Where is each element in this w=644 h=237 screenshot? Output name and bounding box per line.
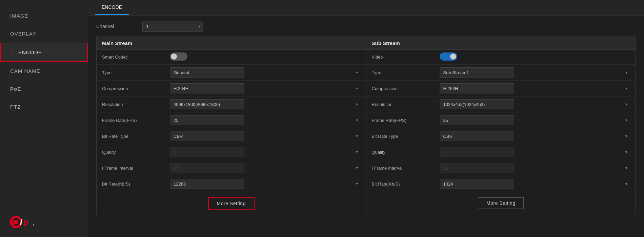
main-frame-rate-control: 25 [170,115,361,125]
sub-video-control [440,52,630,62]
sub-frame-rate-label: Frame Rate(FPS) [372,118,440,123]
sub-video-label: Video [372,55,440,60]
main-content: ENCODE Channel 1 Main Stream Smart Cod [88,0,644,237]
main-resolution-label: Resolution [102,102,170,107]
main-stream-panel: Main Stream Smart Codec Type [96,37,366,215]
main-type-row: Type General [97,65,366,81]
sub-stream-panel: Sub Stream Video Type [366,37,636,215]
sub-frame-rate-control: 25 [440,115,630,125]
channel-select[interactable]: 1 [142,21,203,32]
sub-type-select[interactable]: Sub Stream1 [440,67,514,78]
sub-resolution-select[interactable]: 1024x452(1024x452) [440,99,514,109]
sub-quality-row: Quality 4 [366,144,636,160]
sidebar-item-ptz[interactable]: PTZ [0,98,88,116]
streams-container: Main Stream Smart Codec Type [96,37,636,215]
sidebar-item-label: PTZ [10,104,21,110]
main-stream-header: Main Stream [97,37,366,50]
sub-type-label: Type [372,70,440,75]
sidebar-item-poe[interactable]: PoE [0,80,88,98]
sub-bit-rate-type-row: Bit Rate Type CBR [366,128,636,144]
sub-bit-rate-row: Bit Rate(Kb/S) 1024 [366,176,636,192]
sub-compression-label: Compression [372,86,440,91]
sub-i-frame-row: I Frame Interval 25 [366,160,636,176]
main-compression-row: Compression H.264H [97,81,366,96]
main-frame-rate-select[interactable]: 25 [170,115,244,125]
channel-label: Channel [96,24,137,29]
sub-resolution-control: 1024x452(1024x452) [440,99,630,109]
sub-i-frame-label: I Frame Interval [372,166,440,171]
main-smart-codec-control [170,52,361,62]
main-resolution-select[interactable]: 4096x1800(4096x1800) [170,99,244,109]
sub-quality-select[interactable]: 4 [440,147,514,157]
main-quality-select[interactable]: 4 [170,147,244,157]
sub-bit-rate-type-label: Bit Rate Type [372,134,440,139]
main-frame-rate-row: Frame Rate(FPS) 25 [97,112,366,128]
main-bit-rate-type-row: Bit Rate Type CBR [97,128,366,144]
svg-text:a: a [11,218,15,227]
main-smart-codec-label: Smart Codec [102,55,170,60]
sub-bit-rate-label: Bit Rate(Kb/S) [372,181,440,187]
sidebar-item-cam-name[interactable]: CAM NAME [0,62,88,80]
main-resolution-row: Resolution 4096x1800(4096x1800) [97,96,366,112]
sub-bit-rate-select[interactable]: 1024 [440,179,514,189]
main-i-frame-control: 25 [170,163,361,173]
sidebar-item-label: IMAGE [10,13,28,19]
sub-i-frame-select[interactable]: 25 [440,163,514,173]
sub-compression-control: H.264H [440,83,630,93]
tabs-row: ENCODE [88,0,644,16]
main-resolution-control: 4096x1800(4096x1800) [170,99,361,109]
main-smart-codec-toggle[interactable] [170,52,187,61]
sub-type-control: Sub Stream1 [440,67,630,78]
main-type-select[interactable]: General [170,67,244,78]
content-area: Channel 1 Main Stream Smart Codec [88,16,644,237]
sidebar-item-image[interactable]: IMAGE [0,7,88,25]
main-compression-control: H.264H [170,83,361,93]
main-i-frame-row: I Frame Interval 25 [97,160,366,176]
main-bit-rate-label: Bit Rate(Kb/S) [102,181,170,187]
main-compression-select[interactable]: H.264H [170,83,244,93]
main-quality-control: 4 [170,147,361,157]
main-bit-rate-select[interactable]: 12288 [170,179,244,189]
sub-bit-rate-type-select[interactable]: CBR [440,131,514,141]
main-smart-codec-row: Smart Codec [97,50,366,65]
sidebar-item-encode[interactable]: › ENCODE [0,43,88,62]
sub-compression-select[interactable]: H.264H [440,83,514,93]
channel-select-wrapper: 1 [142,21,203,32]
main-type-control: General [170,67,361,78]
logo-area: a l p [0,203,88,237]
sub-frame-rate-row: Frame Rate(FPS) 25 [366,112,636,128]
sidebar-item-overlay[interactable]: OVERLAY [0,25,88,43]
main-quality-label: Quality [102,150,170,155]
sub-resolution-label: Resolution [372,102,440,107]
main-more-setting-row: More Setting [97,192,366,215]
tab-encode[interactable]: ENCODE [95,0,129,15]
channel-row: Channel 1 [96,21,636,32]
sub-compression-row: Compression H.264H [366,81,636,96]
svg-text:l: l [20,218,22,227]
main-i-frame-select[interactable]: 25 [170,163,244,173]
sub-frame-rate-select[interactable]: 25 [440,115,514,125]
sidebar-item-label: CAM NAME [10,68,40,74]
sidebar-item-label: ENCODE [18,49,42,55]
sub-video-toggle[interactable] [440,52,457,61]
main-bit-rate-row: Bit Rate(Kb/S) 12288 [97,176,366,192]
active-arrow-icon: › [11,49,13,55]
sidebar: IMAGE OVERLAY › ENCODE CAM NAME PoE PTZ … [0,0,88,237]
main-more-setting-button[interactable]: More Setting [208,197,255,210]
main-quality-row: Quality 4 [97,144,366,160]
main-type-label: Type [102,70,170,75]
sub-type-row: Type Sub Stream1 [366,65,636,81]
sub-stream-header: Sub Stream [366,37,636,50]
sub-i-frame-control: 25 [440,163,630,173]
main-i-frame-label: I Frame Interval [102,166,170,171]
sub-video-row: Video [366,50,636,65]
main-bit-rate-type-select[interactable]: CBR [170,131,244,141]
main-bit-rate-control: 12288 [170,179,361,189]
sub-more-setting-row: More Setting [366,192,636,214]
svg-point-7 [33,224,35,226]
sub-bit-rate-control: 1024 [440,179,630,189]
sub-more-setting-button[interactable]: More Setting [478,197,524,209]
main-compression-label: Compression [102,86,170,91]
sub-quality-label: Quality [372,150,440,155]
sub-bit-rate-type-control: CBR [440,131,630,141]
